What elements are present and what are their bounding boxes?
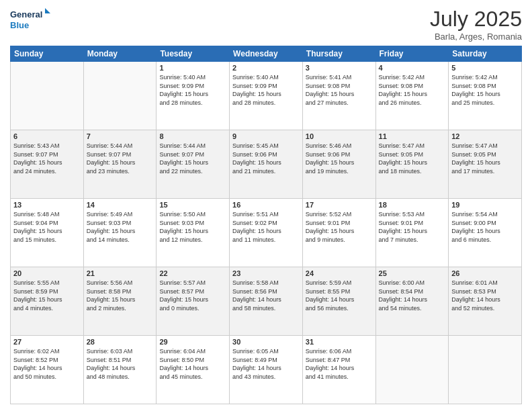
header-wednesday: Wednesday (230, 46, 303, 62)
day-info: Sunrise: 6:06 AM Sunset: 8:47 PM Dayligh… (306, 347, 373, 381)
day-info: Sunrise: 5:42 AM Sunset: 9:08 PM Dayligh… (451, 73, 519, 107)
day-number: 15 (159, 201, 226, 209)
day-info: Sunrise: 6:02 AM Sunset: 8:52 PM Dayligh… (13, 347, 81, 381)
day-info: Sunrise: 5:53 AM Sunset: 9:01 PM Dayligh… (379, 210, 446, 244)
week-row-4: 20Sunrise: 5:55 AM Sunset: 8:59 PM Dayli… (11, 267, 522, 336)
day-info: Sunrise: 5:55 AM Sunset: 8:59 PM Dayligh… (13, 279, 81, 312)
week-row-2: 6Sunrise: 5:43 AM Sunset: 9:07 PM Daylig… (11, 130, 522, 199)
day-info: Sunrise: 5:40 AM Sunset: 9:09 PM Dayligh… (159, 73, 226, 107)
day-cell: 18Sunrise: 5:53 AM Sunset: 9:01 PM Dayli… (375, 199, 449, 267)
day-number: 21 (87, 269, 154, 277)
header-saturday: Saturday (449, 46, 522, 62)
day-cell: 28Sunrise: 6:03 AM Sunset: 8:51 PM Dayli… (83, 336, 157, 404)
weekday-header-row: Sunday Monday Tuesday Wednesday Thursday… (11, 46, 522, 62)
day-cell: 26Sunrise: 6:01 AM Sunset: 8:53 PM Dayli… (449, 267, 522, 336)
page: General Blue July 2025 Barla, Arges, Rom… (0, 0, 532, 411)
day-cell: 15Sunrise: 5:50 AM Sunset: 9:03 PM Dayli… (157, 199, 230, 267)
day-cell: 22Sunrise: 5:57 AM Sunset: 8:57 PM Dayli… (157, 267, 230, 336)
day-info: Sunrise: 5:47 AM Sunset: 9:05 PM Dayligh… (451, 142, 519, 175)
svg-text:Blue: Blue (10, 20, 29, 30)
day-cell: 6Sunrise: 5:43 AM Sunset: 9:07 PM Daylig… (11, 130, 84, 199)
day-number: 4 (379, 64, 446, 72)
day-cell: 19Sunrise: 5:54 AM Sunset: 9:00 PM Dayli… (449, 199, 522, 267)
day-number: 5 (451, 64, 519, 72)
day-number: 25 (379, 269, 446, 277)
day-number: 19 (451, 201, 519, 209)
day-info: Sunrise: 6:00 AM Sunset: 8:54 PM Dayligh… (379, 279, 446, 312)
day-cell: 1Sunrise: 5:40 AM Sunset: 9:09 PM Daylig… (157, 62, 230, 130)
day-info: Sunrise: 5:46 AM Sunset: 9:06 PM Dayligh… (306, 142, 373, 175)
day-number: 10 (306, 132, 373, 140)
svg-marker-2 (45, 8, 50, 13)
day-cell (375, 336, 449, 404)
day-cell: 3Sunrise: 5:41 AM Sunset: 9:08 PM Daylig… (302, 62, 375, 130)
day-cell: 8Sunrise: 5:44 AM Sunset: 9:07 PM Daylig… (157, 130, 230, 199)
svg-text:General: General (10, 9, 42, 19)
day-info: Sunrise: 5:42 AM Sunset: 9:08 PM Dayligh… (379, 73, 446, 107)
day-cell: 13Sunrise: 5:48 AM Sunset: 9:04 PM Dayli… (11, 199, 84, 267)
header-tuesday: Tuesday (157, 46, 230, 62)
day-cell (11, 62, 84, 130)
day-info: Sunrise: 5:45 AM Sunset: 9:06 PM Dayligh… (232, 142, 300, 175)
day-cell: 12Sunrise: 5:47 AM Sunset: 9:05 PM Dayli… (449, 130, 522, 199)
day-number: 29 (159, 338, 226, 346)
day-cell: 25Sunrise: 6:00 AM Sunset: 8:54 PM Dayli… (375, 267, 449, 336)
day-info: Sunrise: 5:47 AM Sunset: 9:05 PM Dayligh… (379, 142, 446, 175)
header-thursday: Thursday (302, 46, 375, 62)
day-number: 6 (13, 132, 81, 140)
day-info: Sunrise: 6:01 AM Sunset: 8:53 PM Dayligh… (451, 279, 519, 312)
day-number: 11 (379, 132, 446, 140)
day-number: 24 (306, 269, 373, 277)
header: General Blue July 2025 Barla, Arges, Rom… (10, 7, 522, 42)
week-row-1: 1Sunrise: 5:40 AM Sunset: 9:09 PM Daylig… (11, 62, 522, 130)
subtitle: Barla, Arges, Romania (430, 32, 522, 42)
day-cell: 10Sunrise: 5:46 AM Sunset: 9:06 PM Dayli… (302, 130, 375, 199)
day-number: 31 (306, 338, 373, 346)
day-info: Sunrise: 5:40 AM Sunset: 9:09 PM Dayligh… (232, 73, 300, 107)
day-number: 16 (232, 201, 300, 209)
day-cell: 4Sunrise: 5:42 AM Sunset: 9:08 PM Daylig… (375, 62, 449, 130)
day-number: 8 (159, 132, 226, 140)
day-number: 2 (232, 64, 300, 72)
day-number: 1 (159, 64, 226, 72)
day-number: 26 (451, 269, 519, 277)
title-block: July 2025 Barla, Arges, Romania (430, 7, 522, 42)
day-number: 12 (451, 132, 519, 140)
day-info: Sunrise: 5:44 AM Sunset: 9:07 PM Dayligh… (159, 142, 226, 175)
day-info: Sunrise: 6:05 AM Sunset: 8:49 PM Dayligh… (232, 347, 300, 381)
day-info: Sunrise: 5:49 AM Sunset: 9:03 PM Dayligh… (87, 210, 154, 244)
day-number: 9 (232, 132, 300, 140)
day-cell: 27Sunrise: 6:02 AM Sunset: 8:52 PM Dayli… (11, 336, 84, 404)
day-cell: 30Sunrise: 6:05 AM Sunset: 8:49 PM Dayli… (230, 336, 303, 404)
day-cell: 5Sunrise: 5:42 AM Sunset: 9:08 PM Daylig… (449, 62, 522, 130)
day-number: 28 (87, 338, 154, 346)
day-cell: 14Sunrise: 5:49 AM Sunset: 9:03 PM Dayli… (83, 199, 157, 267)
day-info: Sunrise: 5:50 AM Sunset: 9:03 PM Dayligh… (159, 210, 226, 244)
header-monday: Monday (83, 46, 157, 62)
day-cell: 29Sunrise: 6:04 AM Sunset: 8:50 PM Dayli… (157, 336, 230, 404)
day-cell (83, 62, 157, 130)
day-info: Sunrise: 5:54 AM Sunset: 9:00 PM Dayligh… (451, 210, 519, 244)
day-number: 20 (13, 269, 81, 277)
day-info: Sunrise: 5:44 AM Sunset: 9:07 PM Dayligh… (87, 142, 154, 175)
day-number: 3 (306, 64, 373, 72)
day-info: Sunrise: 5:59 AM Sunset: 8:55 PM Dayligh… (306, 279, 373, 312)
month-title: July 2025 (430, 7, 522, 32)
day-info: Sunrise: 5:58 AM Sunset: 8:56 PM Dayligh… (232, 279, 300, 312)
day-number: 13 (13, 201, 81, 209)
day-cell: 2Sunrise: 5:40 AM Sunset: 9:09 PM Daylig… (230, 62, 303, 130)
day-number: 7 (87, 132, 154, 140)
day-info: Sunrise: 6:03 AM Sunset: 8:51 PM Dayligh… (87, 347, 154, 381)
day-info: Sunrise: 5:56 AM Sunset: 8:58 PM Dayligh… (87, 279, 154, 312)
day-number: 22 (159, 269, 226, 277)
day-info: Sunrise: 5:57 AM Sunset: 8:57 PM Dayligh… (159, 279, 226, 312)
day-info: Sunrise: 5:41 AM Sunset: 9:08 PM Dayligh… (306, 73, 373, 107)
day-cell: 16Sunrise: 5:51 AM Sunset: 9:02 PM Dayli… (230, 199, 303, 267)
day-number: 23 (232, 269, 300, 277)
day-info: Sunrise: 5:52 AM Sunset: 9:01 PM Dayligh… (306, 210, 373, 244)
day-number: 27 (13, 338, 81, 346)
header-friday: Friday (375, 46, 449, 62)
day-number: 18 (379, 201, 446, 209)
day-cell: 21Sunrise: 5:56 AM Sunset: 8:58 PM Dayli… (83, 267, 157, 336)
day-cell: 24Sunrise: 5:59 AM Sunset: 8:55 PM Dayli… (302, 267, 375, 336)
